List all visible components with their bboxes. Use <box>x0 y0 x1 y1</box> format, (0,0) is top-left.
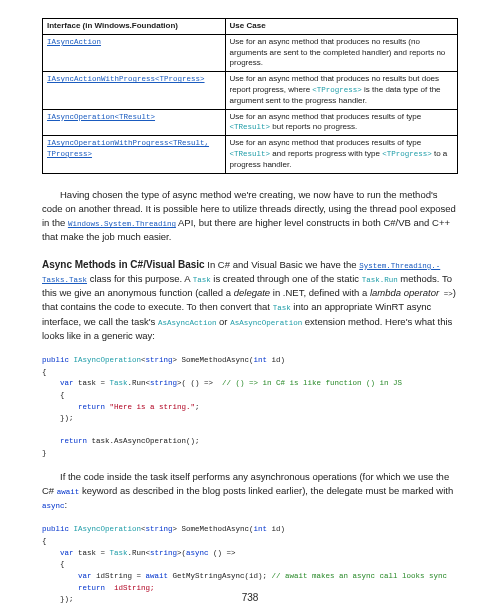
threading-link[interactable]: Windows.System.Threading <box>68 220 176 228</box>
use-cell: Use for an async method that produces re… <box>225 109 457 136</box>
await-paragraph: If the code inside the task itself perfo… <box>42 470 458 513</box>
section-paragraph: Async Methods in C#/Visual Basic In C# a… <box>42 257 458 344</box>
use-cell: Use for an async method that produces no… <box>225 72 457 109</box>
page-number: 738 <box>0 591 500 605</box>
iface-link[interactable]: IAsyncOperation<TResult> <box>47 113 155 121</box>
iface-link[interactable]: IAsyncActionWithProgress<TProgress> <box>47 75 205 83</box>
use-cell: Use for an async method that produces no… <box>225 34 457 71</box>
table-row: IAsyncOperation<TResult> Use for an asyn… <box>43 109 458 136</box>
th-interface: Interface (in Windows.Foundation) <box>43 19 226 35</box>
code-block-1: public IAsyncOperation<string> SomeMetho… <box>42 355 458 460</box>
table-row: IAsyncAction Use for an async method tha… <box>43 34 458 71</box>
iface-link[interactable]: IAsyncOperationWithProgress<TResult, TPr… <box>47 139 209 158</box>
th-usecase: Use Case <box>225 19 457 35</box>
iface-link[interactable]: IAsyncAction <box>47 38 101 46</box>
interface-table: Interface (in Windows.Foundation) Use Ca… <box>42 18 458 174</box>
use-cell: Use for an async method that produces re… <box>225 136 457 173</box>
intro-paragraph: Having chosen the type of async method w… <box>42 188 458 245</box>
table-row: IAsyncOperationWithProgress<TResult, TPr… <box>43 136 458 173</box>
table-row: IAsyncActionWithProgress<TProgress> Use … <box>43 72 458 109</box>
section-heading: Async Methods in C#/Visual Basic <box>42 259 205 270</box>
